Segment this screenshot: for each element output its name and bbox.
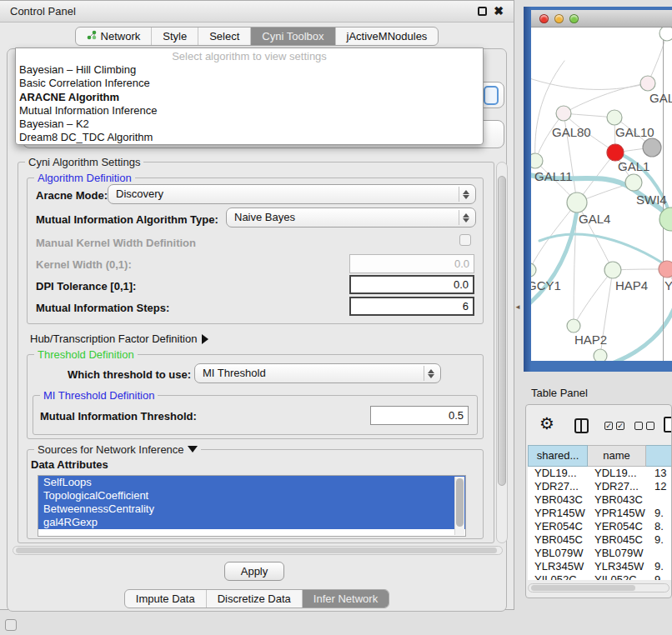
mac-close-button[interactable]: [539, 14, 549, 23]
network-node-Y[interactable]: [659, 261, 672, 278]
mi-steps-field[interactable]: 6: [349, 297, 474, 316]
table-cell: YPR145W: [534, 507, 585, 520]
attribute-item[interactable]: BetweennessCentrality: [38, 502, 465, 516]
table-row[interactable]: YIL052CYIL052C9.: [528, 573, 671, 580]
tab-jactivemnodules[interactable]: jActiveMNodules: [335, 28, 439, 45]
algorithm-option[interactable]: Dream8 DC_TDC Algorithm: [16, 131, 483, 144]
table-column-header[interactable]: shared...: [528, 445, 588, 467]
apply-button[interactable]: Apply: [224, 562, 284, 581]
kernel-width-field[interactable]: 0.0: [349, 254, 474, 273]
mac-minimize-button[interactable]: [554, 14, 564, 23]
algorithm-option[interactable]: Basic Correlation Inference: [16, 77, 483, 90]
tab-impute-data[interactable]: Impute Data: [125, 590, 206, 608]
close-icon[interactable]: ✖: [494, 7, 504, 16]
tab-network[interactable]: Network: [76, 28, 152, 45]
dpi-tolerance-field[interactable]: 0.0: [349, 275, 474, 294]
data-attributes-list[interactable]: SelfLoopsTopologicalCoefficientBetweenne…: [38, 475, 466, 537]
table-row[interactable]: YBR045CYBR045C9.: [528, 533, 671, 547]
table-row[interactable]: YDR27...YDR27...12: [528, 480, 671, 493]
network-edge[interactable]: [564, 83, 648, 113]
network-node-label: GAL11: [534, 169, 573, 183]
table-column-header[interactable]: [646, 445, 672, 467]
table-cell: YBR045C: [534, 533, 583, 547]
network-node-GAL1[interactable]: [607, 144, 624, 161]
mi-algorithm-type-select[interactable]: Naive Bayes: [226, 208, 476, 228]
network-node[interactable]: [643, 138, 661, 157]
panel-grip-icon[interactable]: [5, 619, 17, 631]
network-node-GAL4[interactable]: [567, 192, 587, 212]
network-node[interactable]: [659, 28, 672, 41]
table-row[interactable]: YDL19...YDL19...13: [528, 467, 671, 480]
network-node-label: GAL1: [618, 159, 649, 173]
hide-columns-icon[interactable]: [634, 422, 654, 430]
settings-scrollbar-thumb[interactable]: [498, 176, 506, 486]
table-header-row: shared...name: [528, 445, 672, 467]
tab-infer-network[interactable]: Infer Network: [302, 590, 389, 608]
tab-cyni-toolbox[interactable]: Cyni Toolbox: [250, 28, 334, 45]
network-node-GAL10[interactable]: [607, 110, 622, 125]
settings-vertical-scrollbar[interactable]: [496, 162, 508, 543]
sources-title[interactable]: Sources for Network Inference: [34, 443, 201, 456]
network-node-GAL11[interactable]: [531, 153, 543, 168]
network-node[interactable]: [594, 349, 607, 361]
algorithm-option[interactable]: ARACNE Algorithm: [16, 91, 483, 104]
network-node-GAL80[interactable]: [556, 106, 571, 121]
table-column-header[interactable]: name: [588, 445, 646, 467]
network-graph[interactable]: GALGAL80GAL10GAL1GAL11SWI4GAL4GCY1HAP4YH…: [531, 28, 672, 361]
list-scrollbar-thumb[interactable]: [456, 478, 464, 527]
tab-select[interactable]: Select: [198, 28, 250, 45]
network-node-label: GAL80: [552, 125, 591, 139]
export-table-icon[interactable]: [664, 417, 672, 432]
network-node-HAP2[interactable]: [567, 319, 580, 332]
table-hscrollbar-thumb[interactable]: [531, 585, 635, 591]
list-scrollbar[interactable]: [454, 477, 464, 535]
attribute-item[interactable]: gal4RGexp: [38, 516, 465, 529]
table-horizontal-scrollbar[interactable]: [528, 583, 669, 592]
table-row[interactable]: YLR345WYLR345W9.: [528, 560, 671, 573]
tab-style[interactable]: Style: [151, 28, 198, 45]
network-node-SWI4[interactable]: [625, 174, 642, 191]
network-node-label: GCY1: [531, 278, 561, 292]
table-row[interactable]: YER054CYER054C8.: [528, 520, 671, 533]
algorithm-option[interactable]: Bayesian – K2: [16, 118, 483, 131]
spinner-arrows-icon: [459, 187, 473, 202]
network-node-GAL[interactable]: [640, 76, 655, 91]
table-row[interactable]: YBR043CYBR043C: [528, 493, 671, 507]
network-edge[interactable]: [531, 204, 578, 309]
network-edge[interactable]: [574, 270, 613, 326]
control-panel-window: Control Panel ✖ NetworkStyleSelectCyni T…: [0, 0, 514, 610]
network-node-GCY1[interactable]: [531, 263, 536, 277]
gear-icon[interactable]: ⚙: [539, 415, 554, 432]
table-row[interactable]: YBL079WYBL079W: [528, 547, 671, 560]
settings-horizontal-scrollbar[interactable]: [13, 546, 503, 555]
expand-right-icon[interactable]: [202, 334, 208, 344]
panel-collapse-arrow[interactable]: ◄: [514, 303, 521, 311]
attribute-item[interactable]: TopologicalCoefficient: [38, 489, 465, 502]
network-edge[interactable]: [648, 33, 667, 83]
tab-discretize-data[interactable]: Discretize Data: [206, 590, 302, 608]
collapse-down-icon[interactable]: [188, 446, 198, 452]
network-canvas[interactable]: GALGAL80GAL10GAL1GAL11SWI4GAL4GCY1HAP4YH…: [531, 28, 672, 361]
float-window-icon[interactable]: [478, 7, 487, 16]
spinner-arrows-icon: [424, 366, 438, 381]
hub-definition-toggle[interactable]: Hub/Transcription Factor Definition: [30, 332, 208, 345]
manual-kernel-checkbox[interactable]: [459, 234, 471, 246]
which-threshold-select[interactable]: MI Threshold: [194, 363, 441, 383]
network-node-HAP4[interactable]: [604, 262, 621, 278]
column-layout-icon[interactable]: [574, 418, 589, 433]
table-row[interactable]: YPR145WYPR145W9.: [528, 507, 671, 520]
combo-spinner-focused[interactable]: [484, 86, 499, 105]
mi-threshold-field[interactable]: 0.5: [370, 406, 469, 425]
attribute-item[interactable]: SelfLoops: [38, 476, 465, 489]
show-checked-columns-icon[interactable]: ✓✓: [604, 422, 624, 430]
tab-label: Impute Data: [136, 592, 195, 605]
table-cell: YLR345W: [594, 560, 644, 573]
network-window-titlebar[interactable]: [531, 10, 672, 28]
mac-zoom-button[interactable]: [569, 14, 579, 23]
network-icon: [87, 30, 97, 42]
aracne-mode-select[interactable]: Discovery: [108, 184, 476, 204]
table-cell: YBR043C: [594, 493, 643, 507]
algorithm-option[interactable]: Mutual Information Inference: [16, 104, 483, 118]
algorithm-option[interactable]: Bayesian – Hill Climbing: [16, 63, 483, 77]
settings-hscrollbar-thumb[interactable]: [16, 548, 497, 553]
